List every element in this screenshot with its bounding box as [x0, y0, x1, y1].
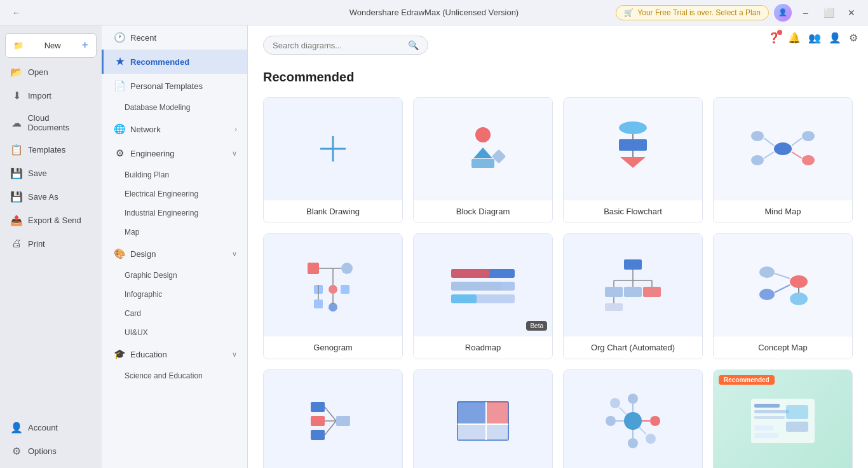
svg-rect-32: [451, 269, 489, 278]
sidebar-subitem-building-plan[interactable]: Building Plan: [102, 165, 247, 184]
template-card-roadmap[interactable]: Beta Roadmap: [413, 233, 553, 359]
education-chevron-icon: ∨: [232, 350, 237, 359]
template-card-circle-spoke[interactable]: Circle-Spoke Diagram: [563, 369, 703, 468]
import-label: Import: [28, 91, 51, 100]
sidebar-item-recommended[interactable]: ★ Recommended: [102, 50, 247, 74]
template-card-floor-plan[interactable]: Floor Plan: [413, 369, 553, 468]
close-button[interactable]: ✕: [843, 4, 860, 22]
maximize-button[interactable]: ⬜: [820, 4, 837, 22]
svg-rect-4: [471, 159, 494, 168]
import-button[interactable]: ⬇ Import: [3, 85, 99, 107]
plus-icon: +: [81, 39, 88, 52]
sidebar-subitem-ui-ux[interactable]: UI&UX: [102, 323, 247, 342]
sidebar: 🕐 Recent ★ Recommended 📄 Personal Templa…: [102, 25, 248, 468]
template-card-genogram[interactable]: Genogram: [263, 233, 403, 359]
svg-line-58: [325, 407, 336, 421]
engineering-icon: ⚙: [114, 148, 125, 159]
svg-marker-3: [473, 148, 492, 158]
settings-icon[interactable]: ⚙: [849, 32, 858, 44]
user-menu-icon[interactable]: 👤: [829, 32, 841, 44]
design-icon: 🎨: [114, 248, 125, 259]
sidebar-design-label: Design: [130, 249, 156, 259]
sidebar-item-engineering[interactable]: ⚙ Engineering ∨: [102, 141, 247, 165]
community-icon[interactable]: 👥: [808, 32, 821, 44]
svg-rect-28: [314, 299, 323, 308]
search-input-wrap[interactable]: 🔍: [263, 36, 428, 55]
titlebar: ← Wondershare EdrawMax (Unlicensed Versi…: [0, 0, 868, 25]
sidebar-subitem-card[interactable]: Card: [102, 304, 247, 323]
recent-icon: 🕐: [114, 32, 125, 43]
sidebar-item-education[interactable]: 🎓 Education ∨: [102, 342, 247, 366]
svg-rect-47: [605, 303, 623, 311]
open-button[interactable]: 📂 Open: [3, 61, 99, 83]
template-card-concept-map[interactable]: Concept Map: [713, 233, 853, 359]
svg-point-77: [610, 398, 620, 408]
template-label-basic-flowchart: Basic Flowchart: [564, 200, 702, 223]
svg-rect-85: [786, 405, 808, 419]
search-input[interactable]: [273, 41, 408, 50]
svg-point-18: [802, 155, 815, 165]
trial-text: Your Free Trial is over. Select a Plan: [637, 8, 761, 17]
main-content: 🔍 ❓ 🔔 👥 👤 ⚙ Recommended: [248, 25, 868, 468]
template-card-basic-network[interactable]: Basic Network Diagram: [263, 369, 403, 468]
notification-icon[interactable]: 🔔: [788, 32, 801, 44]
options-icon: ⚙: [10, 445, 23, 457]
sidebar-item-personal-templates[interactable]: 📄 Personal Templates: [102, 74, 247, 98]
save-as-icon: 💾: [10, 191, 23, 203]
sidebar-subitem-industrial-engineering[interactable]: Industrial Engineering: [102, 203, 247, 223]
sidebar-subitem-graphic-design[interactable]: Graphic Design: [102, 266, 247, 285]
template-label-concept-map: Concept Map: [714, 336, 852, 359]
engineering-chevron-icon: ∨: [232, 149, 237, 158]
print-button[interactable]: 🖨 Print: [3, 233, 99, 254]
sidebar-subitem-electrical-engineering[interactable]: Electrical Engineering: [102, 184, 247, 203]
trial-banner[interactable]: 🛒 Your Free Trial is over. Select a Plan: [616, 5, 769, 20]
svg-rect-61: [336, 416, 350, 426]
sidebar-subitem-database-modeling[interactable]: Database Modeling: [102, 98, 247, 117]
genogram-icon: [301, 256, 365, 313]
sidebar-subitem-science-education[interactable]: Science and Education: [102, 366, 247, 385]
new-button[interactable]: 📁 New +: [5, 33, 97, 58]
sidebar-subitem-infographic[interactable]: Infographic: [102, 285, 247, 304]
template-card-org-chart[interactable]: Org Chart (Automated): [563, 233, 703, 359]
template-card-basic-flowchart[interactable]: Basic Flowchart: [563, 97, 703, 223]
topbar-icons: ❓ 🔔 👥 👤 ⚙: [768, 32, 858, 44]
options-button[interactable]: ⚙ Options: [3, 440, 99, 462]
template-card-edrawmind[interactable]: Recommended: [713, 369, 853, 468]
database-modeling-label: Database Modeling: [125, 103, 190, 112]
sidebar-subitem-map[interactable]: Map: [102, 223, 247, 242]
sidebar-item-design[interactable]: 🎨 Design ∨: [102, 242, 247, 266]
svg-rect-43: [605, 287, 623, 297]
template-thumb-basic-flowchart: [564, 98, 702, 200]
svg-point-2: [475, 127, 491, 142]
account-button[interactable]: 👤 Account: [3, 416, 99, 439]
svg-rect-83: [754, 410, 789, 413]
templates-button[interactable]: 📋 Templates: [3, 139, 99, 161]
template-card-block-diagram[interactable]: Block Diagram: [413, 97, 553, 223]
import-icon: ⬇: [10, 90, 23, 102]
template-thumb-concept-map: [714, 234, 852, 336]
export-button[interactable]: 📤 Export & Send: [3, 209, 99, 231]
cloud-button[interactable]: ☁ Cloud Documents: [3, 108, 99, 137]
account-label: Account: [28, 423, 58, 432]
edrawmind-icon: [748, 392, 818, 450]
save-button[interactable]: 💾 Save: [3, 162, 99, 184]
minimize-button[interactable]: –: [797, 4, 815, 22]
blank-drawing-icon: [314, 130, 352, 168]
sidebar-item-recent[interactable]: 🕐 Recent: [102, 25, 247, 50]
svg-rect-88: [754, 433, 778, 438]
save-as-button[interactable]: 💾 Save As: [3, 186, 99, 208]
svg-line-78: [620, 408, 627, 415]
svg-rect-87: [754, 425, 773, 430]
template-card-mind-map[interactable]: Mind Map: [713, 97, 853, 223]
sidebar-item-network[interactable]: 🌐 Network ›: [102, 117, 247, 141]
svg-rect-55: [311, 402, 325, 412]
help-icon[interactable]: ❓: [768, 32, 780, 44]
export-label: Export & Send: [28, 216, 81, 225]
template-card-blank-drawing[interactable]: Blank Drawing: [263, 97, 403, 223]
mindmap-icon: [748, 123, 818, 174]
avatar[interactable]: 👤: [774, 4, 792, 22]
svg-rect-34: [451, 282, 502, 291]
template-label-blank-drawing: Blank Drawing: [264, 200, 402, 223]
back-button[interactable]: ←: [8, 4, 25, 22]
section-title: Recommended: [263, 70, 853, 85]
